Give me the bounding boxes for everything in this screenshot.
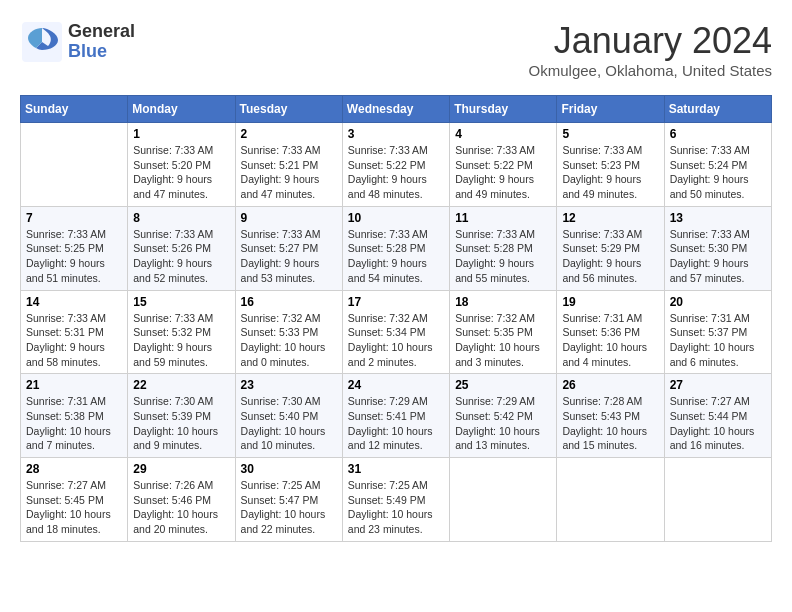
- calendar-cell: 11Sunrise: 7:33 AM Sunset: 5:28 PM Dayli…: [450, 206, 557, 290]
- logo-icon: [20, 20, 64, 64]
- calendar-cell: 29Sunrise: 7:26 AM Sunset: 5:46 PM Dayli…: [128, 458, 235, 542]
- calendar-week-row: 1Sunrise: 7:33 AM Sunset: 5:20 PM Daylig…: [21, 123, 772, 207]
- calendar-cell: 15Sunrise: 7:33 AM Sunset: 5:32 PM Dayli…: [128, 290, 235, 374]
- day-number: 7: [26, 211, 122, 225]
- day-info: Sunrise: 7:33 AM Sunset: 5:32 PM Dayligh…: [133, 311, 229, 370]
- calendar-cell: 14Sunrise: 7:33 AM Sunset: 5:31 PM Dayli…: [21, 290, 128, 374]
- day-number: 29: [133, 462, 229, 476]
- calendar-cell: 25Sunrise: 7:29 AM Sunset: 5:42 PM Dayli…: [450, 374, 557, 458]
- day-info: Sunrise: 7:32 AM Sunset: 5:34 PM Dayligh…: [348, 311, 444, 370]
- day-info: Sunrise: 7:25 AM Sunset: 5:49 PM Dayligh…: [348, 478, 444, 537]
- calendar-week-row: 14Sunrise: 7:33 AM Sunset: 5:31 PM Dayli…: [21, 290, 772, 374]
- day-info: Sunrise: 7:33 AM Sunset: 5:22 PM Dayligh…: [455, 143, 551, 202]
- calendar-week-row: 7Sunrise: 7:33 AM Sunset: 5:25 PM Daylig…: [21, 206, 772, 290]
- day-number: 17: [348, 295, 444, 309]
- day-number: 27: [670, 378, 766, 392]
- day-info: Sunrise: 7:33 AM Sunset: 5:31 PM Dayligh…: [26, 311, 122, 370]
- calendar-cell: 4Sunrise: 7:33 AM Sunset: 5:22 PM Daylig…: [450, 123, 557, 207]
- day-info: Sunrise: 7:33 AM Sunset: 5:29 PM Dayligh…: [562, 227, 658, 286]
- day-info: Sunrise: 7:27 AM Sunset: 5:45 PM Dayligh…: [26, 478, 122, 537]
- logo-blue: Blue: [68, 42, 135, 62]
- calendar-cell: 16Sunrise: 7:32 AM Sunset: 5:33 PM Dayli…: [235, 290, 342, 374]
- calendar-day-header: Thursday: [450, 96, 557, 123]
- page-header: General Blue January 2024 Okmulgee, Okla…: [20, 20, 772, 79]
- calendar-body: 1Sunrise: 7:33 AM Sunset: 5:20 PM Daylig…: [21, 123, 772, 542]
- calendar-cell: 2Sunrise: 7:33 AM Sunset: 5:21 PM Daylig…: [235, 123, 342, 207]
- day-info: Sunrise: 7:27 AM Sunset: 5:44 PM Dayligh…: [670, 394, 766, 453]
- day-info: Sunrise: 7:33 AM Sunset: 5:25 PM Dayligh…: [26, 227, 122, 286]
- calendar-day-header: Saturday: [664, 96, 771, 123]
- day-number: 4: [455, 127, 551, 141]
- day-number: 10: [348, 211, 444, 225]
- calendar-day-header: Tuesday: [235, 96, 342, 123]
- logo: General Blue: [20, 20, 135, 64]
- calendar-cell: 18Sunrise: 7:32 AM Sunset: 5:35 PM Dayli…: [450, 290, 557, 374]
- day-number: 28: [26, 462, 122, 476]
- day-info: Sunrise: 7:31 AM Sunset: 5:38 PM Dayligh…: [26, 394, 122, 453]
- day-info: Sunrise: 7:33 AM Sunset: 5:27 PM Dayligh…: [241, 227, 337, 286]
- day-number: 9: [241, 211, 337, 225]
- day-info: Sunrise: 7:33 AM Sunset: 5:30 PM Dayligh…: [670, 227, 766, 286]
- calendar-cell: 10Sunrise: 7:33 AM Sunset: 5:28 PM Dayli…: [342, 206, 449, 290]
- month-year: January 2024: [529, 20, 772, 62]
- day-info: Sunrise: 7:33 AM Sunset: 5:26 PM Dayligh…: [133, 227, 229, 286]
- day-number: 30: [241, 462, 337, 476]
- day-number: 22: [133, 378, 229, 392]
- calendar-cell: [21, 123, 128, 207]
- day-info: Sunrise: 7:29 AM Sunset: 5:41 PM Dayligh…: [348, 394, 444, 453]
- day-number: 24: [348, 378, 444, 392]
- location: Okmulgee, Oklahoma, United States: [529, 62, 772, 79]
- day-info: Sunrise: 7:33 AM Sunset: 5:20 PM Dayligh…: [133, 143, 229, 202]
- day-info: Sunrise: 7:33 AM Sunset: 5:28 PM Dayligh…: [348, 227, 444, 286]
- calendar-cell: [557, 458, 664, 542]
- calendar-cell: 1Sunrise: 7:33 AM Sunset: 5:20 PM Daylig…: [128, 123, 235, 207]
- calendar-cell: 5Sunrise: 7:33 AM Sunset: 5:23 PM Daylig…: [557, 123, 664, 207]
- day-number: 23: [241, 378, 337, 392]
- day-number: 14: [26, 295, 122, 309]
- calendar-cell: 19Sunrise: 7:31 AM Sunset: 5:36 PM Dayli…: [557, 290, 664, 374]
- calendar-cell: 26Sunrise: 7:28 AM Sunset: 5:43 PM Dayli…: [557, 374, 664, 458]
- day-info: Sunrise: 7:29 AM Sunset: 5:42 PM Dayligh…: [455, 394, 551, 453]
- day-number: 15: [133, 295, 229, 309]
- calendar-cell: [664, 458, 771, 542]
- calendar-week-row: 21Sunrise: 7:31 AM Sunset: 5:38 PM Dayli…: [21, 374, 772, 458]
- calendar-day-header: Friday: [557, 96, 664, 123]
- day-info: Sunrise: 7:30 AM Sunset: 5:39 PM Dayligh…: [133, 394, 229, 453]
- day-info: Sunrise: 7:32 AM Sunset: 5:35 PM Dayligh…: [455, 311, 551, 370]
- day-info: Sunrise: 7:25 AM Sunset: 5:47 PM Dayligh…: [241, 478, 337, 537]
- calendar-day-header: Wednesday: [342, 96, 449, 123]
- calendar-cell: 21Sunrise: 7:31 AM Sunset: 5:38 PM Dayli…: [21, 374, 128, 458]
- day-info: Sunrise: 7:31 AM Sunset: 5:36 PM Dayligh…: [562, 311, 658, 370]
- calendar-cell: 20Sunrise: 7:31 AM Sunset: 5:37 PM Dayli…: [664, 290, 771, 374]
- calendar-cell: [450, 458, 557, 542]
- title-block: January 2024 Okmulgee, Oklahoma, United …: [529, 20, 772, 79]
- day-info: Sunrise: 7:33 AM Sunset: 5:23 PM Dayligh…: [562, 143, 658, 202]
- day-info: Sunrise: 7:30 AM Sunset: 5:40 PM Dayligh…: [241, 394, 337, 453]
- calendar-cell: 30Sunrise: 7:25 AM Sunset: 5:47 PM Dayli…: [235, 458, 342, 542]
- day-number: 1: [133, 127, 229, 141]
- day-number: 5: [562, 127, 658, 141]
- calendar-cell: 7Sunrise: 7:33 AM Sunset: 5:25 PM Daylig…: [21, 206, 128, 290]
- calendar-cell: 17Sunrise: 7:32 AM Sunset: 5:34 PM Dayli…: [342, 290, 449, 374]
- calendar-cell: 3Sunrise: 7:33 AM Sunset: 5:22 PM Daylig…: [342, 123, 449, 207]
- day-number: 26: [562, 378, 658, 392]
- calendar-header-row: SundayMondayTuesdayWednesdayThursdayFrid…: [21, 96, 772, 123]
- calendar-week-row: 28Sunrise: 7:27 AM Sunset: 5:45 PM Dayli…: [21, 458, 772, 542]
- day-info: Sunrise: 7:33 AM Sunset: 5:21 PM Dayligh…: [241, 143, 337, 202]
- day-number: 16: [241, 295, 337, 309]
- calendar-cell: 28Sunrise: 7:27 AM Sunset: 5:45 PM Dayli…: [21, 458, 128, 542]
- day-number: 20: [670, 295, 766, 309]
- calendar-cell: 12Sunrise: 7:33 AM Sunset: 5:29 PM Dayli…: [557, 206, 664, 290]
- calendar-cell: 23Sunrise: 7:30 AM Sunset: 5:40 PM Dayli…: [235, 374, 342, 458]
- day-number: 3: [348, 127, 444, 141]
- day-number: 8: [133, 211, 229, 225]
- logo-general: General: [68, 22, 135, 42]
- day-info: Sunrise: 7:32 AM Sunset: 5:33 PM Dayligh…: [241, 311, 337, 370]
- calendar-cell: 27Sunrise: 7:27 AM Sunset: 5:44 PM Dayli…: [664, 374, 771, 458]
- logo-text: General Blue: [68, 22, 135, 62]
- day-number: 2: [241, 127, 337, 141]
- day-number: 12: [562, 211, 658, 225]
- day-number: 6: [670, 127, 766, 141]
- day-number: 25: [455, 378, 551, 392]
- day-info: Sunrise: 7:33 AM Sunset: 5:24 PM Dayligh…: [670, 143, 766, 202]
